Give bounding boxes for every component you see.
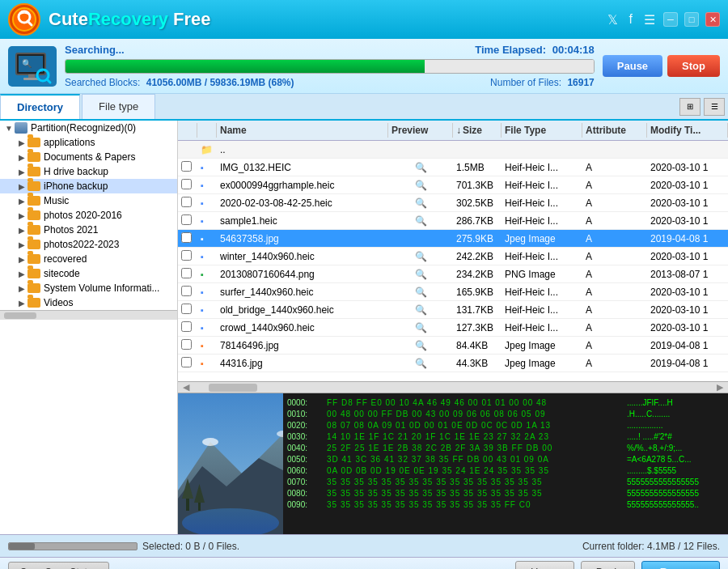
checkbox-cell[interactable] xyxy=(178,338,197,354)
sidebar-item-sitecode[interactable]: ▶ sitecode xyxy=(0,266,177,281)
tab-filetype[interactable]: File type xyxy=(82,94,155,119)
sidebar-item-partition[interactable]: ▼ Partition(Recognized)(0) xyxy=(0,121,177,135)
sidebar-item-recovered[interactable]: ▶ recovered xyxy=(0,252,177,266)
table-row-selected[interactable]: ▪ 54637358.jpg 275.9KB Jpeg Image A 2019… xyxy=(178,230,728,248)
checkbox-cell[interactable] xyxy=(178,159,197,176)
folder-icon-videos xyxy=(28,298,40,308)
checkbox-cell[interactable] xyxy=(178,284,197,300)
home-button[interactable]: Home xyxy=(515,561,574,569)
sidebar-recovered-label: recovered xyxy=(44,253,87,265)
tree-toggle-recovered[interactable]: ▶ xyxy=(16,253,28,265)
grid-view-button[interactable]: ⊞ xyxy=(679,98,700,116)
checkbox-cell[interactable] xyxy=(178,355,197,372)
tree-toggle-sitecode[interactable]: ▶ xyxy=(16,268,28,279)
sidebar-item-videos[interactable]: ▶ Videos xyxy=(0,295,177,310)
checkbox-cell[interactable] xyxy=(178,177,197,193)
tree-toggle-documents[interactable]: ▶ xyxy=(16,151,28,163)
checkbox-cell[interactable] xyxy=(178,266,197,282)
back-button[interactable]: Back xyxy=(581,561,635,569)
preview-cell[interactable]: 🔍 xyxy=(388,356,453,371)
preview-cell[interactable]: 🔍 xyxy=(388,196,453,210)
preview-cell[interactable]: 🔍 xyxy=(388,321,453,335)
horizontal-scrollbar[interactable]: ◀ ▶ xyxy=(178,381,728,393)
table-row[interactable]: ▪ IMG_0132.HEIC 🔍 1.5MB Heif-Heic I... A… xyxy=(178,159,728,176)
preview-cell[interactable]: 🔍 xyxy=(388,303,453,317)
checkbox-cell[interactable] xyxy=(178,231,197,247)
tree-toggle-videos[interactable]: ▶ xyxy=(16,297,28,308)
checkbox-cell[interactable] xyxy=(178,213,197,229)
sidebar-item-iphonebackup[interactable]: ▶ iPhone backup xyxy=(0,179,177,193)
sidebar-item-photos2020[interactable]: ▶ photos 2020-2016 xyxy=(0,208,177,223)
table-row[interactable]: ▪ 44316.jpg 🔍 44.3KB Jpeg Image A 2019-0… xyxy=(178,355,728,372)
checkbox-cell[interactable] xyxy=(178,195,197,211)
filetype-cell: Heif-Heic I... xyxy=(502,160,582,175)
tab-directory[interactable]: Directory xyxy=(0,94,80,119)
list-view-button[interactable]: ☰ xyxy=(704,98,725,116)
attribute-cell: A xyxy=(582,321,647,335)
col-name[interactable]: Name xyxy=(217,123,388,138)
recover-button[interactable]: Recover xyxy=(641,561,720,569)
tree-toggle-applications[interactable]: ▶ xyxy=(16,137,28,148)
col-filetype[interactable]: File Type xyxy=(502,123,582,138)
table-row[interactable]: ▪ sample1.heic 🔍 286.7KB Heif-Heic I... … xyxy=(178,212,728,230)
col-size[interactable]: ↓ Size xyxy=(453,123,502,138)
table-row[interactable]: ▪ winter_1440x960.heic 🔍 242.2KB Heif-He… xyxy=(178,248,728,265)
col-modifytime[interactable]: Modify Ti... xyxy=(647,123,728,138)
menu-icon[interactable]: ☰ xyxy=(644,12,655,28)
sidebar-item-photos2021[interactable]: ▶ Photos 2021 xyxy=(0,223,177,237)
table-row[interactable]: ▪ old_bridge_1440x960.heic 🔍 131.7KB Hei… xyxy=(178,301,728,319)
preview-cell[interactable] xyxy=(388,237,453,240)
table-row[interactable]: ▪ 78146496.jpg 🔍 84.4KB Jpeg Image A 201… xyxy=(178,337,728,355)
sidebar-item-applications[interactable]: ▶ applications xyxy=(0,135,177,150)
file-list-scroll[interactable]: 📁 .. ▪ IMG_0132.HEIC 🔍 1.5MB Heif-Heic I… xyxy=(178,141,728,381)
preview-cell[interactable]: 🔍 xyxy=(388,160,453,175)
col-attribute[interactable]: Attribute xyxy=(582,123,647,138)
sidebar-photos2021-label: Photos 2021 xyxy=(44,224,98,236)
twitter-icon[interactable]: 𝕏 xyxy=(607,12,618,28)
save-scan-button[interactable]: Save Scan Status xyxy=(8,562,109,570)
table-row[interactable]: ▪ crowd_1440x960.heic 🔍 127.3KB Heif-Hei… xyxy=(178,319,728,337)
table-row[interactable]: ▪ ex0000994ggrhample.heic 🔍 701.3KB Heif… xyxy=(178,176,728,194)
checkbox-cell[interactable] xyxy=(178,320,197,336)
pause-button[interactable]: Pause xyxy=(603,55,662,77)
preview-cell[interactable]: 🔍 xyxy=(388,285,453,299)
tree-toggle-music[interactable]: ▶ xyxy=(16,195,28,206)
maximize-button[interactable]: □ xyxy=(684,12,699,27)
tree-toggle-hdrivebackup[interactable]: ▶ xyxy=(16,166,28,177)
sidebar-item-hdrivebackup[interactable]: ▶ H drive backup xyxy=(0,164,177,179)
checkbox-cell[interactable] xyxy=(178,302,197,318)
tree-toggle-sysvolinfo[interactable]: ▶ xyxy=(16,282,28,294)
tree-toggle-photos2022[interactable]: ▶ xyxy=(16,239,28,250)
facebook-icon[interactable]: f xyxy=(629,12,633,27)
tree-toggle-iphonebackup[interactable]: ▶ xyxy=(16,180,28,192)
stop-button[interactable]: Stop xyxy=(667,55,720,77)
checkbox-cell[interactable] xyxy=(178,248,197,265)
close-button[interactable]: ✕ xyxy=(705,12,720,27)
preview-cell[interactable]: 🔍 xyxy=(388,178,453,193)
preview-cell[interactable]: 🔍 xyxy=(388,338,453,353)
sidebar-item-photos2022[interactable]: ▶ photos2022-2023 xyxy=(0,237,177,252)
table-row[interactable]: ▪ 2020-02-03-08-42-25.heic 🔍 302.5KB Hei… xyxy=(178,194,728,212)
sidebar-item-sysvolinfo[interactable]: ▶ System Volume Informati... xyxy=(0,281,177,295)
filetype-cell: Jpeg Image xyxy=(502,338,582,353)
search-details: Searched Blocks: 41056.00MB / 59836.19MB… xyxy=(65,77,595,88)
tree-toggle-partition[interactable]: ▼ xyxy=(3,122,15,134)
directory-sidebar: ▼ Partition(Recognized)(0) ▶ application… xyxy=(0,121,178,534)
preview-cell[interactable]: 🔍 xyxy=(388,249,453,264)
scrollbar-thumb[interactable] xyxy=(209,384,257,392)
sidebar-documents-label: Documents & Papers xyxy=(44,151,135,163)
progress-fill xyxy=(66,60,425,73)
search-status: Searching... Time Elapsed: 00:04:18 xyxy=(65,44,595,56)
sidebar-item-documents[interactable]: ▶ Documents & Papers xyxy=(0,150,177,164)
table-row[interactable]: ▪ 20130807160644.png 🔍 234.2KB PNG Image… xyxy=(178,265,728,283)
table-row[interactable]: ▪ surfer_1440x960.heic 🔍 165.9KB Heif-He… xyxy=(178,283,728,301)
attribute-cell: A xyxy=(582,178,647,193)
tree-toggle-photos2020[interactable]: ▶ xyxy=(16,210,28,221)
preview-cell[interactable]: 🔍 xyxy=(388,214,453,228)
modifytime-cell: 2020-03-10 1 xyxy=(647,249,728,264)
preview-cell[interactable]: 🔍 xyxy=(388,267,453,282)
minimize-button[interactable]: ─ xyxy=(663,12,678,27)
tree-toggle-photos2021[interactable]: ▶ xyxy=(16,224,28,236)
sidebar-item-music[interactable]: ▶ Music xyxy=(0,193,177,208)
table-row[interactable]: 📁 .. xyxy=(178,141,728,159)
